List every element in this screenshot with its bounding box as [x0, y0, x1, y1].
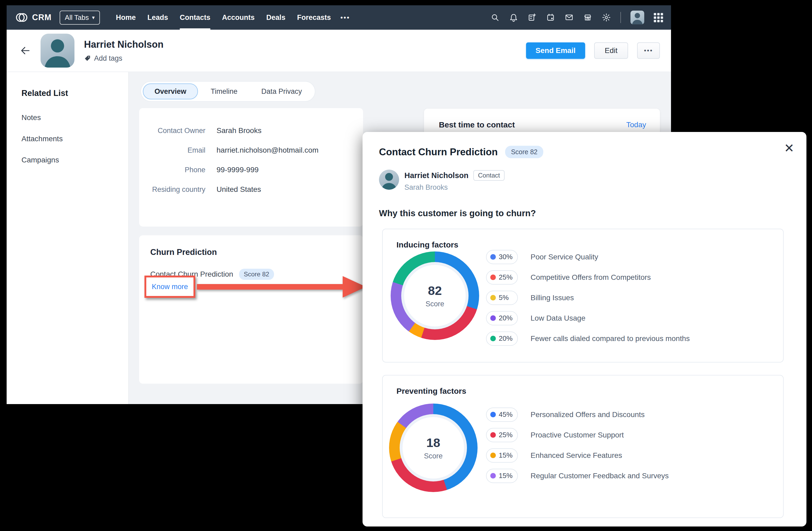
legend-label: Low Data Usage: [531, 314, 585, 323]
header-actions: Send Email Edit •••: [526, 42, 660, 59]
record-type-tag: Contact: [473, 170, 505, 181]
nav-menu: Home Leads Contacts Accounts Deals Forec…: [110, 5, 354, 30]
legend-label: Enhanced Service Features: [531, 451, 622, 460]
add-tags-button[interactable]: Add tags: [84, 54, 163, 62]
tag-icon: [84, 55, 91, 62]
create-note-icon[interactable]: [528, 13, 537, 22]
sidebar-item-campaigns[interactable]: Campaigns: [21, 156, 113, 164]
legend-dot-icon: [490, 453, 496, 458]
sidebar-item-notes[interactable]: Notes: [21, 114, 113, 122]
legend-label: Fewer calls dialed compared to previous …: [531, 335, 690, 343]
brand-name: CRM: [32, 13, 52, 22]
legend-label: Competitive Offers from Competitors: [531, 273, 651, 282]
all-tabs-label: All Tabs: [65, 14, 89, 22]
nav-more-icon[interactable]: •••: [336, 14, 353, 22]
legend-dot-icon: [490, 432, 496, 438]
nav-item-home[interactable]: Home: [110, 5, 142, 30]
field-label: Phone: [139, 166, 205, 174]
field-label: Email: [139, 146, 205, 154]
annotation-highlight-box: Know more: [144, 276, 195, 298]
legend-item: 25% Proactive Customer Support: [486, 425, 669, 445]
back-arrow-icon[interactable]: [18, 43, 33, 58]
legend-percent: 30%: [499, 253, 512, 261]
legend-dot-icon: [490, 295, 496, 300]
field-value: United States: [217, 185, 261, 194]
contact-header: Harriet Nicholson Add tags Send Email Ed…: [6, 30, 671, 72]
sidebar-item-attachments[interactable]: Attachments: [21, 135, 113, 143]
field-label: Residing country: [139, 186, 205, 194]
field-value: harriet.nicholson@hotmail.com: [217, 146, 319, 154]
know-more-link[interactable]: Know more: [152, 283, 188, 291]
legend-dot-icon: [490, 315, 496, 321]
field-row-residing-country: Residing country United States: [139, 180, 363, 199]
legend-item: 15% Regular Customer Feedback and Survey…: [486, 466, 669, 486]
field-row-contact-owner: Contact Owner Sarah Brooks: [139, 121, 363, 141]
legend-percent: 45%: [499, 410, 512, 419]
contact-avatar: [41, 34, 74, 68]
preventing-score-value: 18: [426, 436, 440, 450]
crm-logo[interactable]: CRM: [15, 11, 52, 24]
chevron-down-icon: ▾: [92, 14, 95, 21]
churn-prediction-card: Churn Prediction Contact Churn Predictio…: [139, 235, 363, 384]
settings-gear-icon[interactable]: [602, 13, 611, 22]
nav-item-leads[interactable]: Leads: [142, 5, 174, 30]
legend-percent: 15%: [499, 451, 512, 459]
field-value: 99-9999-999: [217, 166, 259, 174]
modal-title-row: Contact Churn Prediction Score 82: [379, 146, 543, 158]
inducing-factors-title: Inducing factors: [396, 240, 458, 249]
best-time-title: Best time to contact: [439, 120, 515, 129]
legend-percent: 5%: [499, 294, 509, 302]
legend-item: 20% Fewer calls dialed compared to previ…: [486, 328, 690, 349]
legend-label: Poor Service Quality: [531, 253, 598, 261]
legend-dot-icon: [490, 275, 496, 280]
zoho-crm-logo-icon: [15, 11, 28, 24]
more-actions-button[interactable]: •••: [637, 42, 660, 59]
send-email-button[interactable]: Send Email: [526, 42, 585, 59]
modal-contact-owner[interactable]: Sarah Brooks: [404, 183, 505, 192]
legend-item: 30% Poor Service Quality: [486, 247, 690, 267]
legend-percent: 20%: [499, 314, 512, 322]
mail-icon[interactable]: [565, 13, 574, 22]
related-list-title: Related List: [21, 89, 113, 98]
legend-dot-icon: [490, 473, 496, 478]
annotation-arrow: [197, 274, 367, 300]
close-icon[interactable]: ✕: [784, 142, 794, 154]
legend-item: 45% Personalized Offers and Discounts: [486, 404, 669, 425]
nav-item-accounts[interactable]: Accounts: [216, 5, 261, 30]
inducing-score-value: 82: [428, 283, 442, 298]
apps-grid-icon[interactable]: [654, 13, 663, 22]
nav-item-forecasts[interactable]: Forecasts: [291, 5, 337, 30]
churn-prediction-modal: ✕ Contact Churn Prediction Score 82 Harr…: [363, 132, 807, 527]
legend-item: 15% Enhanced Service Features: [486, 445, 669, 466]
contact-details-card: Contact Owner Sarah Brooks Email harriet…: [139, 108, 363, 226]
record-tabs: Overview Timeline Data Privacy: [141, 81, 315, 102]
field-row-phone: Phone 99-9999-999: [139, 160, 363, 180]
inducing-legend: 30% Poor Service Quality 25% Competitive…: [486, 247, 690, 349]
search-icon[interactable]: [491, 13, 499, 22]
all-tabs-dropdown[interactable]: All Tabs ▾: [60, 11, 100, 25]
nav-item-deals[interactable]: Deals: [261, 5, 291, 30]
legend-percent: 15%: [499, 472, 512, 480]
related-list-sidebar: Related List Notes Attachments Campaigns: [6, 72, 129, 404]
tab-overview[interactable]: Overview: [143, 84, 198, 99]
preventing-donut-chart: 18 Score: [389, 403, 478, 492]
nav-divider: [620, 12, 621, 23]
marketplace-store-icon[interactable]: [583, 13, 592, 22]
notifications-bell-icon[interactable]: [509, 13, 518, 22]
calendar-icon[interactable]: [546, 13, 555, 22]
legend-dot-icon: [490, 336, 496, 341]
tab-timeline[interactable]: Timeline: [200, 84, 249, 99]
legend-percent: 25%: [499, 273, 512, 281]
tab-data-privacy[interactable]: Data Privacy: [250, 84, 313, 99]
field-value: Sarah Brooks: [217, 127, 262, 135]
churn-card-title: Churn Prediction: [150, 248, 352, 257]
user-avatar[interactable]: [630, 11, 644, 24]
inducing-donut-chart: 82 Score: [391, 251, 479, 340]
edit-button[interactable]: Edit: [594, 42, 628, 59]
inducing-factors-card: Inducing factors 82 Score 30% Poor Servi…: [382, 229, 784, 363]
nav-item-contacts[interactable]: Contacts: [174, 5, 216, 30]
field-label: Contact Owner: [139, 127, 205, 135]
preventing-legend: 45% Personalized Offers and Discounts 25…: [486, 404, 669, 486]
best-time-today-link[interactable]: Today: [626, 121, 646, 129]
modal-question-heading: Why this customer is going to churn?: [379, 208, 536, 218]
